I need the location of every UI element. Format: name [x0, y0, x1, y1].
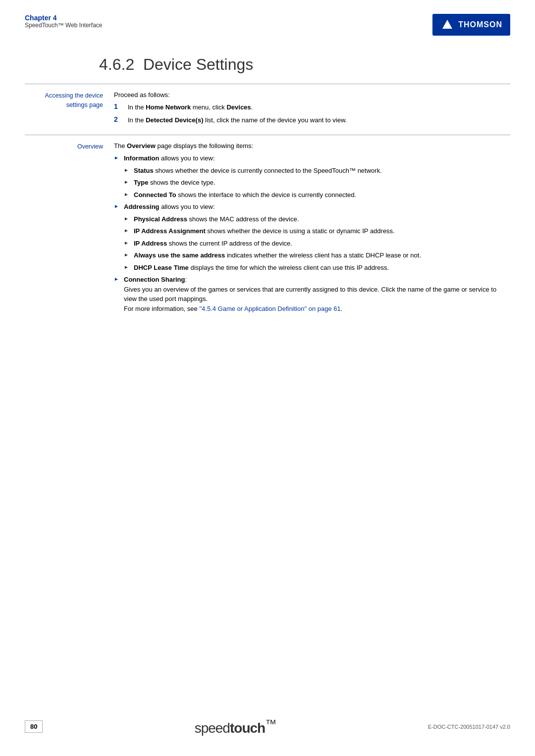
title-section: 4.6.2 Device Settings — [0, 41, 535, 84]
sub-status: ► Status shows whether the device is cur… — [124, 166, 510, 176]
sub-dhcp-lease: ► DHCP Lease Time displays the time for … — [124, 263, 510, 273]
footer-page-number: 80 — [25, 720, 43, 733]
page: Chapter 4 SpeedTouch™ Web Interface THOM… — [0, 0, 535, 756]
chapter-subtitle: SpeedTouch™ Web Interface — [25, 22, 103, 29]
section1-label: Accessing the device settings page — [25, 91, 114, 128]
type-text: Type shows the device type. — [134, 178, 215, 188]
section-overview: Overview The Overview page displays the … — [25, 135, 510, 323]
sub-type: ► Type shows the device type. — [124, 178, 510, 188]
information-subitems: ► Status shows whether the device is cur… — [124, 166, 510, 200]
section2-label: Overview — [25, 142, 114, 316]
sub-always-same-address: ► Always use the same address indicates … — [124, 251, 510, 260]
footer-doc-number: E-DOC-CTC-20051017-0147 v2.0 — [428, 724, 510, 730]
brand-name: speedtouch™ — [195, 720, 276, 736]
arrow-icon-ip-assignment: ► — [124, 228, 132, 233]
arrow-icon-connection-sharing: ► — [114, 276, 122, 282]
sub-physical-address: ► Physical Address shows the MAC address… — [124, 214, 510, 224]
sub-ip-assignment: ► IP Address Assignment shows whether th… — [124, 226, 510, 236]
header-left: Chapter 4 SpeedTouch™ Web Interface — [25, 14, 103, 29]
status-text: Status shows whether the device is curre… — [134, 166, 382, 176]
information-text: Information allows you to view: — [124, 153, 215, 163]
arrow-icon-type: ► — [124, 179, 132, 185]
thomson-logo: THOMSON — [432, 14, 510, 36]
arrow-icon-always-same: ► — [124, 252, 132, 257]
proceed-text: Proceed as follows: — [114, 91, 510, 99]
header: Chapter 4 SpeedTouch™ Web Interface THOM… — [0, 0, 535, 41]
step-1: 1 In the Home Network menu, click Device… — [114, 102, 510, 112]
header-right: THOMSON — [432, 14, 510, 36]
main-content: Accessing the device settings page Proce… — [0, 84, 535, 323]
brand-bold: touch — [230, 720, 265, 736]
connected-to-text: Connected To shows the interface to whic… — [134, 190, 356, 200]
ip-address-text: IP Address shows the current IP address … — [134, 239, 292, 249]
bullet-connection-sharing: ► Connection Sharing: Gives you an overv… — [114, 275, 510, 313]
svg-marker-0 — [442, 20, 452, 29]
sub-connected-to: ► Connected To shows the interface to wh… — [124, 190, 510, 200]
arrow-icon-status: ► — [124, 167, 132, 173]
reference-link[interactable]: "4.5.4 Game or Application Definition" o… — [199, 305, 340, 312]
thomson-logo-icon — [440, 18, 454, 32]
overview-intro: The Overview page displays the following… — [114, 142, 510, 150]
section1-content: Proceed as follows: 1 In the Home Networ… — [114, 91, 510, 128]
step-2-text: In the Detected Device(s) list, click th… — [128, 115, 347, 125]
always-same-text: Always use the same address indicates wh… — [134, 251, 421, 260]
title-number: 4.6.2 — [99, 55, 134, 73]
footer: 80 speedtouch™ E-DOC-CTC-20051017-0147 v… — [0, 717, 535, 736]
dhcp-lease-text: DHCP Lease Time displays the time for wh… — [134, 263, 389, 273]
bullet-information: ► Information allows you to view: — [114, 153, 510, 163]
sub-ip-address: ► IP Address shows the current IP addres… — [124, 239, 510, 249]
step-2: 2 In the Detected Device(s) list, click … — [114, 115, 510, 125]
addressing-text: Addressing allows you to view: — [124, 202, 215, 212]
arrow-icon-connected-to: ► — [124, 192, 132, 197]
ip-assignment-text: IP Address Assignment shows whether the … — [134, 226, 395, 236]
section2-content: The Overview page displays the following… — [114, 142, 510, 316]
footer-brand: speedtouch™ — [43, 717, 428, 736]
step-1-text: In the Home Network menu, click Devices. — [128, 102, 253, 112]
connection-sharing-text: Connection Sharing: Gives you an overvie… — [124, 275, 510, 313]
chapter-label: Chapter 4 — [25, 14, 103, 22]
step-2-number: 2 — [114, 115, 126, 123]
arrow-icon-physical-address: ► — [124, 216, 132, 221]
section-accessing: Accessing the device settings page Proce… — [25, 84, 510, 135]
arrow-icon-information: ► — [114, 155, 122, 160]
physical-address-text: Physical Address shows the MAC address o… — [134, 214, 299, 224]
addressing-subitems: ► Physical Address shows the MAC address… — [124, 214, 510, 273]
title-text: Device Settings — [143, 55, 253, 73]
brand-regular: speed — [195, 720, 230, 736]
step-1-number: 1 — [114, 102, 126, 110]
arrow-icon-dhcp-lease: ► — [124, 264, 132, 270]
bullet-addressing: ► Addressing allows you to view: — [114, 202, 510, 212]
arrow-icon-ip-address: ► — [124, 240, 132, 246]
page-title: 4.6.2 Device Settings — [99, 55, 510, 74]
brand-tm: ™ — [265, 717, 276, 730]
arrow-icon-addressing: ► — [114, 203, 122, 209]
thomson-logo-text: THOMSON — [458, 20, 502, 29]
